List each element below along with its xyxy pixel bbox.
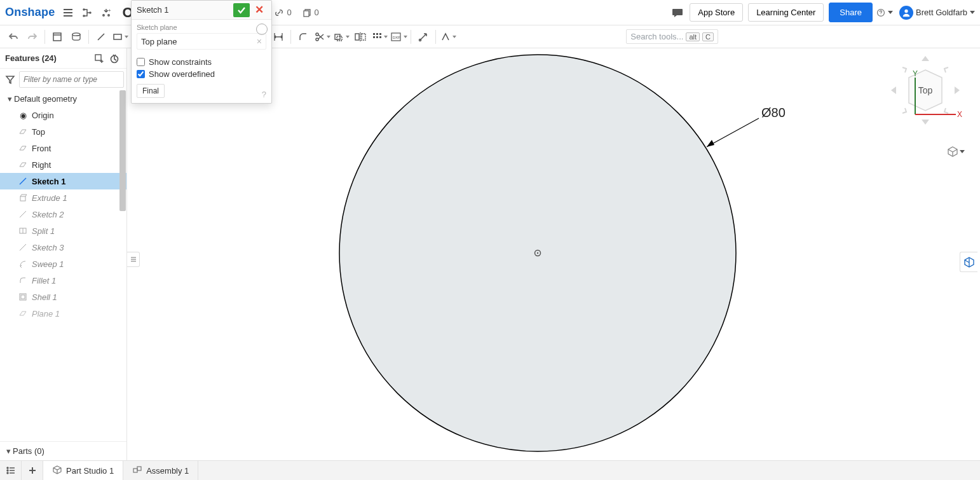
user-menu[interactable]: Brett Goldfarb xyxy=(899,6,975,20)
tree-default-geometry[interactable]: ▾ Default geometry xyxy=(0,90,126,107)
tree-sweep-1[interactable]: Sweep 1 xyxy=(0,256,126,272)
svg-rect-36 xyxy=(376,36,378,38)
canvas[interactable]: Ø80 Top Y X xyxy=(127,48,980,460)
links-count[interactable]: 0 xyxy=(274,8,291,18)
redo-button[interactable] xyxy=(24,28,41,46)
isometric-button[interactable] xyxy=(947,144,965,159)
svg-point-3 xyxy=(103,14,104,15)
tree-sketch-2[interactable]: Sketch 2 xyxy=(0,206,126,223)
collapse-panel-handle[interactable] xyxy=(127,252,140,267)
tab-label: Part Studio 1 xyxy=(66,466,114,476)
filter-input[interactable] xyxy=(19,71,124,88)
tree-plane-1[interactable]: Plane 1 xyxy=(0,305,126,322)
help-icon[interactable] xyxy=(876,4,893,21)
rectangle-tool[interactable] xyxy=(111,28,129,46)
links-value: 0 xyxy=(287,8,291,17)
tree-origin[interactable]: ◉Origin xyxy=(0,107,126,123)
svg-point-4 xyxy=(108,14,109,15)
svg-point-12 xyxy=(72,32,80,35)
plane-icon xyxy=(18,160,28,170)
show-constraints-checkbox[interactable]: Show constraints xyxy=(137,57,266,67)
svg-point-47 xyxy=(537,252,538,254)
constraint-tool[interactable] xyxy=(439,28,457,46)
dialog-header[interactable]: Sketch 1 ✕ xyxy=(132,1,271,20)
insert-icon[interactable]: + xyxy=(98,4,114,21)
share-button[interactable]: Share xyxy=(829,3,873,22)
dimension-tool[interactable] xyxy=(269,28,287,46)
tree-right-plane[interactable]: Right xyxy=(0,156,126,173)
feature-scrollbar[interactable] xyxy=(119,90,126,452)
svg-text:+: + xyxy=(108,8,111,13)
svg-line-13 xyxy=(98,34,104,40)
feature-tree: ▾ Default geometry ◉Origin Top Front Rig… xyxy=(0,90,126,441)
line-tool[interactable] xyxy=(92,28,110,46)
tree-front-plane[interactable]: Front xyxy=(0,140,126,156)
tree-fillet-1[interactable]: Fillet 1 xyxy=(0,272,126,289)
history-icon[interactable] xyxy=(256,24,268,35)
final-button[interactable]: Final xyxy=(137,84,165,98)
svg-rect-63 xyxy=(137,467,141,470)
parts-header[interactable]: ▾ Parts (0) xyxy=(0,441,126,460)
plane-icon xyxy=(18,127,28,137)
sketch-plane-field[interactable]: Top plane × xyxy=(137,33,266,50)
trim-tool[interactable] xyxy=(313,28,331,46)
tree-sketch-3[interactable]: Sketch 3 xyxy=(0,239,126,256)
tab-manager-button[interactable] xyxy=(0,461,22,480)
svg-rect-32 xyxy=(373,33,375,35)
import-tool[interactable]: DXF xyxy=(390,28,407,46)
svg-rect-62 xyxy=(133,469,137,472)
dialog-help-icon[interactable]: ? xyxy=(262,90,266,99)
svg-point-26 xyxy=(316,38,318,41)
add-feature-icon[interactable] xyxy=(92,51,106,65)
transform-tool[interactable] xyxy=(414,28,432,46)
logo[interactable]: Onshape xyxy=(5,6,55,19)
tab-assembly[interactable]: Assembly 1 xyxy=(123,461,198,480)
svg-point-2 xyxy=(90,12,91,13)
tree-top-plane[interactable]: Top xyxy=(0,123,126,140)
dimension-annotation[interactable]: Ø80 xyxy=(707,106,786,147)
plane-icon xyxy=(18,308,28,319)
confirm-button[interactable] xyxy=(233,3,250,17)
add-tab-button[interactable] xyxy=(22,461,43,480)
copies-value: 0 xyxy=(315,8,319,17)
undo-button[interactable] xyxy=(4,28,22,46)
tree-split-1[interactable]: Split 1 xyxy=(0,223,126,239)
svg-text:DXF: DXF xyxy=(393,36,400,39)
svg-point-0 xyxy=(83,9,85,10)
tab-part-studio[interactable]: Part Studio 1 xyxy=(43,461,123,480)
svg-rect-30 xyxy=(355,34,359,40)
tree-shell-1[interactable]: Shell 1 xyxy=(0,289,126,305)
search-tools[interactable]: Search tools... alt C xyxy=(626,29,718,44)
svg-text:X: X xyxy=(957,110,962,119)
copies-count[interactable]: 0 xyxy=(302,8,319,18)
svg-rect-37 xyxy=(379,36,381,38)
extrude-button[interactable] xyxy=(67,28,85,46)
clear-plane-icon[interactable]: × xyxy=(257,36,262,46)
part-studio-icon xyxy=(52,465,62,477)
extrude-icon xyxy=(18,193,28,203)
menu-icon[interactable] xyxy=(60,4,76,21)
svg-rect-34 xyxy=(379,33,381,35)
mirror-tool[interactable] xyxy=(351,28,369,46)
sketch-button[interactable] xyxy=(48,28,66,46)
tree-icon[interactable] xyxy=(79,4,95,21)
filter-icon[interactable] xyxy=(5,72,15,86)
tree-sketch-1[interactable]: Sketch 1 xyxy=(0,173,126,189)
rollback-icon[interactable] xyxy=(107,51,121,65)
fillet-tool[interactable] xyxy=(294,28,312,46)
user-name: Brett Goldfarb xyxy=(916,8,967,17)
comments-icon[interactable] xyxy=(669,4,686,21)
offset-tool[interactable] xyxy=(332,28,350,46)
svg-rect-14 xyxy=(114,34,121,39)
section-view-button[interactable] xyxy=(960,252,977,272)
show-overdefined-checkbox[interactable]: Show overdefined xyxy=(137,69,266,79)
pattern-tool[interactable] xyxy=(371,28,388,46)
tree-extrude-1[interactable]: Extrude 1 xyxy=(0,189,126,206)
learning-center-button[interactable]: Learning Center xyxy=(748,3,824,22)
view-cube[interactable]: Top Y X xyxy=(887,52,963,128)
app-store-button[interactable]: App Store xyxy=(690,3,743,22)
cancel-button[interactable]: ✕ xyxy=(252,3,266,17)
split-icon xyxy=(18,226,28,236)
filter-row xyxy=(0,69,126,90)
svg-rect-11 xyxy=(53,33,61,41)
